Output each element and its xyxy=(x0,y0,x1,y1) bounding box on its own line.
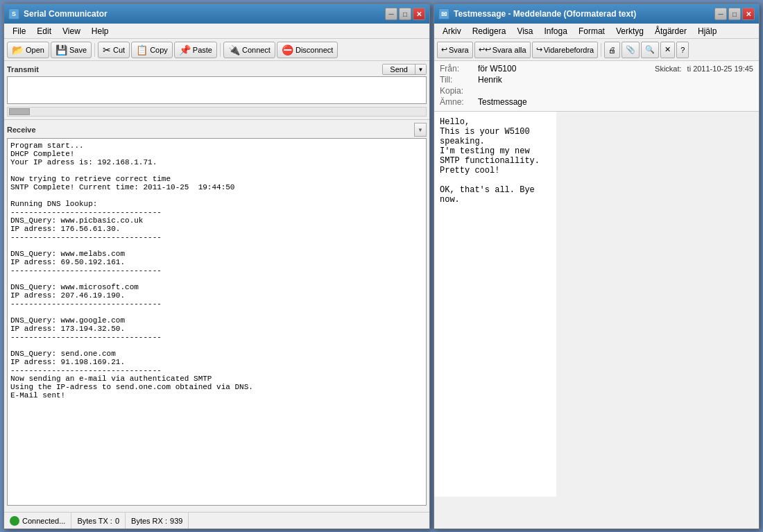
paste-button[interactable]: 📌 Paste xyxy=(174,42,217,58)
email-window-icon: ✉ xyxy=(438,8,449,19)
email-delete-button[interactable]: ✕ xyxy=(660,42,675,58)
save-icon: 💾 xyxy=(55,44,67,55)
copy-label: Copy xyxy=(150,46,168,54)
email-menu-redigera[interactable]: Redigera xyxy=(467,24,512,38)
email-icon-4: 📎 xyxy=(626,45,635,54)
cc-label: Kopia: xyxy=(440,86,478,96)
to-value: Henrik xyxy=(478,75,753,85)
serial-menu-bar: File Edit View Help xyxy=(4,24,429,39)
transmit-section: Transmit Send ▼ xyxy=(4,61,429,120)
copy-icon: 📋 xyxy=(136,44,148,55)
reply-all-label: Svara alla xyxy=(492,46,526,54)
connect-label: Connect xyxy=(242,46,271,54)
cut-icon: ✂ xyxy=(103,44,111,55)
paste-label: Paste xyxy=(193,46,212,54)
bytes-tx-label: Bytes TX : xyxy=(77,517,112,525)
transmit-label: Transmit xyxy=(7,65,39,74)
to-label: Till: xyxy=(440,75,478,85)
forward-icon: ↪ xyxy=(536,45,542,54)
reply-button[interactable]: ↩ Svara xyxy=(437,42,473,58)
serial-close-button[interactable]: ✕ xyxy=(413,8,425,20)
email-help-button[interactable]: ? xyxy=(676,42,689,58)
cut-label: Cut xyxy=(113,46,125,54)
open-label: Open xyxy=(26,46,44,54)
email-menu-arkiv[interactable]: Arkiv xyxy=(437,24,467,38)
serial-window-title: Serial Communicator xyxy=(24,9,385,19)
serial-menu-edit[interactable]: Edit xyxy=(31,24,57,38)
reply-label: Svara xyxy=(449,46,469,54)
open-button[interactable]: 📂 Open xyxy=(7,42,49,58)
email-to-row: Till: Henrik xyxy=(440,75,753,85)
save-label: Save xyxy=(69,46,87,54)
email-menu-visa[interactable]: Visa xyxy=(511,24,538,38)
disconnect-label: Disconnect xyxy=(295,46,333,54)
transmit-hscroll-thumb[interactable] xyxy=(9,108,30,115)
email-menu-atgarder[interactable]: Åtgärder xyxy=(649,24,692,38)
sent-value: ti 2011-10-25 19:45 xyxy=(687,65,753,73)
help-icon: ? xyxy=(680,46,685,54)
print-button[interactable]: 🖨 xyxy=(604,42,620,58)
email-restore-button[interactable]: □ xyxy=(728,8,741,20)
email-headers: Från: för W5100 Skickat: ti 2011-10-25 1… xyxy=(434,61,759,112)
email-close-button[interactable]: ✕ xyxy=(742,8,755,20)
subject-value: Testmessage xyxy=(478,97,753,107)
email-menu-format[interactable]: Format xyxy=(573,24,610,38)
email-minimize-button[interactable]: ─ xyxy=(714,8,727,20)
receive-header: Receive ▼ xyxy=(7,123,427,137)
email-subject-row: Ämne: Testmessage xyxy=(440,97,753,107)
bytes-rx-segment: Bytes RX : 939 xyxy=(126,513,189,529)
email-from-row: Från: för W5100 Skickat: ti 2011-10-25 1… xyxy=(440,64,753,74)
forward-button[interactable]: ↪ Vidarebefordra xyxy=(532,42,599,58)
bytes-rx-label: Bytes RX : xyxy=(131,517,167,525)
connect-button[interactable]: 🔌 Connect xyxy=(223,42,275,58)
print-icon: 🖨 xyxy=(608,46,616,54)
disconnect-button[interactable]: ⛔ Disconnect xyxy=(277,42,338,58)
email-cc-row: Kopia: xyxy=(440,86,753,96)
serial-title-bar: S Serial Communicator ─ □ ✕ xyxy=(4,4,429,24)
send-dropdown[interactable]: ▼ xyxy=(415,65,426,74)
serial-minimize-button[interactable]: ─ xyxy=(385,8,397,20)
connect-icon: 🔌 xyxy=(228,44,240,55)
email-menu-hjalp[interactable]: Hjälp xyxy=(692,24,722,38)
email-window-title: Testmessage - Meddelande (Oformaterad te… xyxy=(454,9,714,19)
bytes-tx-segment: Bytes TX : 0 xyxy=(71,513,126,529)
email-toolbar-btn-4[interactable]: 📎 xyxy=(621,42,640,58)
email-icon-5: 🔍 xyxy=(645,45,655,54)
email-title-bar: ✉ Testmessage - Meddelande (Oformaterad … xyxy=(434,4,759,24)
email-menu-verktyg[interactable]: Verktyg xyxy=(610,24,649,38)
serial-menu-view[interactable]: View xyxy=(57,24,86,38)
save-button[interactable]: 💾 Save xyxy=(51,42,92,58)
serial-window-controls: ─ □ ✕ xyxy=(385,8,425,20)
email-menu-infoga[interactable]: Infoga xyxy=(539,24,573,38)
serial-menu-help[interactable]: Help xyxy=(86,24,114,38)
receive-textarea[interactable] xyxy=(7,138,427,506)
connection-status-text: Connected... xyxy=(22,517,65,525)
disconnect-icon: ⛔ xyxy=(282,44,293,55)
serial-menu-file[interactable]: File xyxy=(7,24,31,38)
email-toolbar-btn-5[interactable]: 🔍 xyxy=(641,42,659,58)
send-button[interactable]: Send xyxy=(383,65,415,74)
serial-status-bar: Connected... Bytes TX : 0 Bytes RX : 939 xyxy=(4,512,429,529)
serial-restore-button[interactable]: □ xyxy=(399,8,411,20)
email-body[interactable] xyxy=(434,112,556,497)
subject-label: Ämne: xyxy=(440,97,478,107)
receive-section: Receive ▼ xyxy=(4,120,429,510)
serial-toolbar: 📂 Open 💾 Save ✂ Cut 📋 Copy 📌 Paste 🔌 Con… xyxy=(4,39,429,61)
forward-label: Vidarebefordra xyxy=(544,46,594,54)
open-icon: 📂 xyxy=(12,44,24,55)
sent-label: Skickat: xyxy=(655,65,682,73)
bytes-tx-value: 0 xyxy=(115,517,119,525)
connection-status-icon xyxy=(10,516,19,526)
cut-button[interactable]: ✂ Cut xyxy=(98,42,130,58)
receive-dropdown[interactable]: ▼ xyxy=(414,123,427,137)
bytes-rx-value: 939 xyxy=(170,517,182,525)
paste-icon: 📌 xyxy=(179,44,191,55)
transmit-input[interactable] xyxy=(7,76,427,104)
serial-window-icon: S xyxy=(8,8,19,19)
reply-all-button[interactable]: ↩↩ Svara alla xyxy=(474,42,531,58)
email-toolbar-sep-1 xyxy=(601,43,601,57)
copy-button[interactable]: 📋 Copy xyxy=(131,42,173,58)
email-window: ✉ Testmessage - Meddelande (Oformaterad … xyxy=(434,3,760,529)
transmit-hscrollbar[interactable] xyxy=(7,107,427,117)
email-menu-bar: Arkiv Redigera Visa Infoga Format Verkty… xyxy=(434,24,759,39)
